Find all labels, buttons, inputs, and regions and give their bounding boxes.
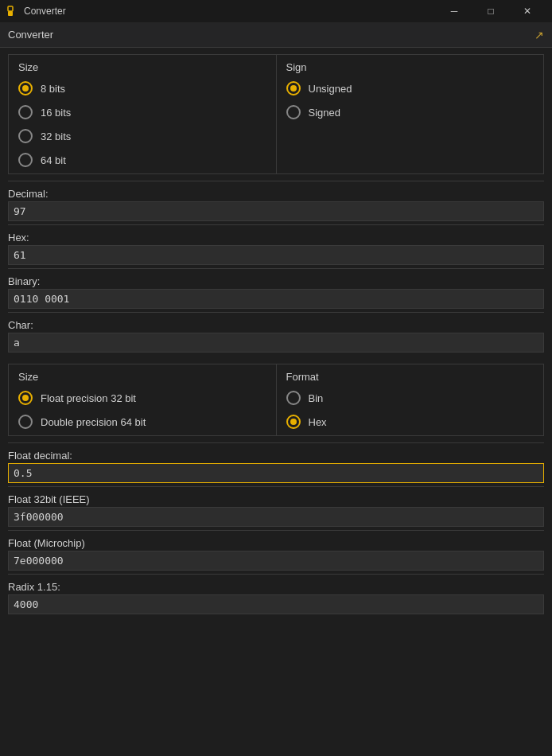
title-bar: Converter ─ □ ✕: [0, 0, 552, 22]
app-icon: [6, 5, 19, 18]
float-size-label: Size: [18, 371, 266, 383]
size-radio-2: [18, 129, 33, 143]
sign-column: Sign Unsigned Signed: [277, 55, 544, 173]
float-microchip-input[interactable]: [8, 551, 544, 571]
float-size-option-1[interactable]: Double precision 64 bit: [18, 415, 266, 429]
sign-radio-1: [286, 105, 301, 119]
float-size-radio-0: [18, 391, 33, 405]
maximize-button[interactable]: □: [472, 0, 509, 22]
float-size-column: Size Float precision 32 bit Double preci…: [9, 364, 277, 435]
divider-4: [8, 312, 544, 313]
float-decimal-field-section: Float decimal:: [8, 442, 544, 483]
main-area: Size 8 bits 16 bits 32 bits: [0, 48, 552, 624]
float-format-radio-label-1: Hex: [309, 416, 327, 428]
minimize-button[interactable]: ─: [436, 0, 472, 22]
divider-2: [8, 224, 544, 225]
size-radio-0: [18, 81, 33, 95]
svg-rect-0: [8, 11, 13, 16]
size-radio-label-3: 64 bit: [41, 154, 66, 166]
char-label: Char:: [8, 316, 544, 333]
divider-8: [8, 574, 544, 575]
sign-option-1[interactable]: Signed: [286, 105, 535, 119]
char-input[interactable]: [8, 333, 544, 353]
float-size-radio-group: Float precision 32 bit Double precision …: [18, 391, 266, 429]
char-field-section: Char:: [8, 312, 544, 353]
size-label: Size: [18, 61, 266, 73]
float-decimal-label: Float decimal:: [8, 446, 544, 463]
size-option-1[interactable]: 16 bits: [18, 105, 266, 119]
size-column: Size 8 bits 16 bits 32 bits: [9, 55, 277, 173]
float-size-format-section: Size Float precision 32 bit Double preci…: [8, 364, 544, 436]
float-format-radio-group: Bin Hex: [286, 391, 535, 429]
window-controls: ─ □ ✕: [436, 0, 546, 22]
divider-1: [8, 181, 544, 181]
sign-radio-group: Unsigned Signed: [286, 81, 535, 119]
decimal-label: Decimal:: [8, 185, 544, 201]
float-format-option-1[interactable]: Hex: [286, 415, 535, 429]
hex-label: Hex:: [8, 228, 544, 245]
divider-3: [8, 268, 544, 269]
size-option-0[interactable]: 8 bits: [18, 81, 266, 95]
binary-label: Binary:: [8, 272, 544, 289]
size-sign-section: Size 8 bits 16 bits 32 bits: [8, 54, 544, 174]
float-microchip-field-section: Float (Microchip): [8, 530, 544, 571]
binary-field-section: Binary:: [8, 268, 544, 309]
float-format-column: Format Bin Hex: [277, 364, 544, 435]
float32-input[interactable]: [8, 507, 544, 527]
size-option-2[interactable]: 32 bits: [18, 129, 266, 143]
app-header: Converter ↗: [0, 22, 552, 48]
hex-input[interactable]: [8, 245, 544, 265]
size-radio-group: 8 bits 16 bits 32 bits 64 bit: [18, 81, 266, 167]
svg-rect-1: [8, 6, 13, 11]
size-radio-inner-0: [22, 85, 29, 92]
radix-input[interactable]: [8, 594, 544, 614]
float-size-radio-label-1: Double precision 64 bit: [41, 416, 146, 428]
hex-field-section: Hex:: [8, 224, 544, 265]
sign-radio-0: [286, 81, 301, 95]
float-format-radio-label-0: Bin: [309, 392, 324, 404]
float-format-label: Format: [286, 371, 535, 383]
sign-radio-inner-0: [290, 85, 297, 92]
binary-input[interactable]: [8, 289, 544, 309]
float32-label: Float 32bit (IEEE): [8, 490, 544, 507]
radix-label: Radix 1.15:: [8, 578, 544, 594]
float-size-radio-1: [18, 415, 33, 429]
float-size-radio-label-0: Float precision 32 bit: [41, 392, 136, 404]
size-radio-label-2: 32 bits: [41, 131, 71, 142]
sign-radio-label-0: Unsigned: [309, 83, 352, 95]
size-radio-3: [18, 153, 33, 167]
float-size-radio-inner-0: [22, 395, 29, 401]
float-format-option-0[interactable]: Bin: [286, 391, 535, 405]
size-radio-label-1: 16 bits: [41, 107, 71, 119]
title-bar-text: Converter: [24, 6, 436, 17]
divider-6: [8, 486, 544, 487]
sign-radio-label-1: Signed: [309, 107, 340, 119]
close-button[interactable]: ✕: [509, 0, 546, 22]
float-format-radio-0: [286, 391, 301, 405]
divider-7: [8, 530, 544, 531]
sign-option-0[interactable]: Unsigned: [286, 81, 535, 95]
float-decimal-input[interactable]: [8, 463, 544, 483]
decimal-field-section: Decimal:: [8, 181, 544, 221]
float32-field-section: Float 32bit (IEEE): [8, 486, 544, 527]
float-size-option-0[interactable]: Float precision 32 bit: [18, 391, 266, 405]
size-radio-1: [18, 105, 33, 119]
radix-field-section: Radix 1.15:: [8, 574, 544, 614]
sign-label: Sign: [286, 61, 535, 73]
float-format-radio-inner-1: [290, 419, 297, 425]
app-header-title: Converter: [8, 29, 53, 41]
size-radio-label-0: 8 bits: [41, 83, 65, 95]
collapse-icon[interactable]: ↗: [535, 29, 544, 41]
float-microchip-label: Float (Microchip): [8, 534, 544, 551]
size-option-3[interactable]: 64 bit: [18, 153, 266, 167]
float-format-radio-1: [286, 415, 301, 429]
decimal-input[interactable]: [8, 201, 544, 221]
divider-5: [8, 442, 544, 443]
